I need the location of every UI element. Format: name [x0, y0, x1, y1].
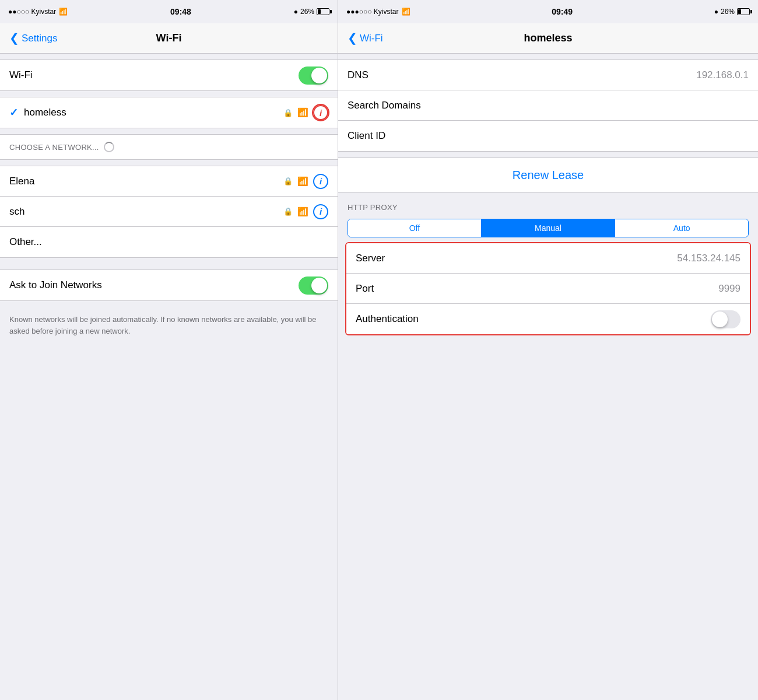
proxy-segment-control[interactable]: Off Manual Auto — [348, 219, 749, 237]
dns-row[interactable]: DNS 192.168.0.1 — [338, 60, 758, 90]
ask-join-table: Ask to Join Networks — [0, 270, 338, 301]
wifi-status-icon: 📶 — [59, 8, 68, 16]
lock-icon-elena: 🔒 — [283, 177, 293, 186]
network-info-table: DNS 192.168.0.1 Search Domains Client ID — [338, 60, 758, 152]
server-label: Server — [356, 253, 385, 264]
connected-network-section: ✓ homeless 🔒 📶 i — [0, 97, 338, 128]
segment-off[interactable]: Off — [348, 219, 481, 237]
dns-label: DNS — [348, 69, 369, 81]
battery-fill-right — [738, 9, 741, 14]
left-back-button[interactable]: ❮ Settings — [9, 33, 57, 44]
wifi-icon-elena: 📶 — [297, 176, 308, 187]
connected-network-right: 🔒 📶 i — [283, 105, 328, 120]
signal-dots: ●●○○○ Kyivstar — [8, 8, 56, 16]
left-panel: ●●○○○ Kyivstar 📶 09:48 ● 26% ❮ Settings … — [0, 0, 338, 700]
checkmark-icon: ✓ — [9, 106, 18, 119]
port-label: Port — [356, 283, 374, 295]
wifi-toggle[interactable] — [299, 66, 328, 85]
other-networks-section: Elena 🔒 📶 i sch 🔒 📶 i Other... — [0, 166, 338, 258]
port-value: 9999 — [718, 283, 741, 295]
ask-join-toggle-knob — [311, 278, 327, 293]
ask-to-join-section: Ask to Join Networks Known networks will… — [0, 270, 338, 344]
battery-icon-right — [737, 8, 750, 15]
network-info-section: DNS 192.168.0.1 Search Domains Client ID — [338, 60, 758, 152]
left-status-bar: ●●○○○ Kyivstar 📶 09:48 ● 26% — [0, 0, 338, 23]
left-nav-container: ❮ Settings Wi-Fi — [0, 23, 338, 54]
battery-indicator-icon: ● — [294, 8, 298, 16]
authentication-row: Authentication — [346, 304, 750, 334]
choose-network-text: CHOOSE A NETWORK... — [9, 143, 99, 152]
left-time: 09:48 — [170, 7, 191, 16]
back-chevron-icon: ❮ — [9, 32, 19, 44]
right-nav-container: ❮ Wi-Fi homeless — [338, 23, 758, 54]
dns-value: 192.168.0.1 — [696, 69, 749, 81]
right-battery: ● 26% — [714, 8, 750, 16]
choose-network-row: CHOOSE A NETWORK... — [0, 134, 338, 160]
lock-icon: 🔒 — [283, 108, 293, 117]
renew-lease-text: Renew Lease — [513, 169, 584, 182]
wifi-label: Wi-Fi — [9, 69, 33, 81]
proxy-settings-table: Server 54.153.24.145 Port 9999 Authentic… — [345, 242, 751, 335]
other-network-row[interactable]: Other... — [0, 227, 338, 257]
loading-spinner — [104, 142, 114, 152]
authentication-toggle[interactable] — [711, 310, 741, 328]
wifi-toggle-row: Wi-Fi — [0, 60, 338, 90]
wifi-icon-connected: 📶 — [297, 107, 308, 118]
search-domains-label: Search Domains — [348, 100, 421, 111]
right-signal-dots: ●●●○○○ Kyivstar — [346, 8, 399, 16]
right-battery-indicator: ● — [714, 8, 718, 16]
http-proxy-section: HTTP PROXY Off Manual Auto — [338, 198, 758, 237]
right-battery-percent: 26% — [721, 8, 735, 16]
right-back-button[interactable]: ❮ Wi-Fi — [348, 33, 383, 44]
authentication-label: Authentication — [356, 313, 419, 325]
auth-toggle-knob — [712, 312, 728, 327]
left-carrier: ●●○○○ Kyivstar 📶 — [8, 8, 68, 16]
client-id-label: Client ID — [348, 130, 385, 142]
network-sch-right: 🔒 📶 i — [283, 204, 328, 219]
wifi-toggle-section: Wi-Fi — [0, 60, 338, 91]
right-wifi-icon: 📶 — [402, 8, 410, 16]
segment-auto[interactable]: Auto — [615, 219, 748, 237]
right-carrier: ●●●○○○ Kyivstar 📶 — [346, 8, 410, 16]
battery-percent-left: 26% — [300, 8, 314, 16]
wifi-toggle-knob — [311, 68, 327, 83]
connected-network-left: ✓ homeless — [9, 106, 66, 119]
right-back-label: Wi-Fi — [360, 33, 383, 44]
left-nav-bar: ❮ Settings Wi-Fi — [0, 23, 338, 54]
renew-lease-row[interactable]: Renew Lease — [338, 158, 758, 192]
left-battery: ● 26% — [294, 8, 329, 16]
server-value: 54.153.24.145 — [677, 253, 741, 264]
info-button-homeless[interactable]: i — [313, 105, 328, 120]
right-back-chevron-icon: ❮ — [348, 32, 357, 44]
battery-icon-left — [317, 8, 329, 15]
port-row[interactable]: Port 9999 — [346, 274, 750, 304]
connected-network-name: homeless — [24, 107, 66, 118]
lock-icon-sch: 🔒 — [283, 207, 293, 216]
right-nav-bar: ❮ Wi-Fi homeless — [338, 23, 758, 54]
ask-join-toggle[interactable] — [299, 276, 328, 295]
connected-network-row[interactable]: ✓ homeless 🔒 📶 i — [0, 97, 338, 128]
server-row[interactable]: Server 54.153.24.145 — [346, 243, 750, 274]
network-elena-right: 🔒 📶 i — [283, 174, 328, 189]
footer-text: Known networks will be joined automatica… — [0, 307, 338, 344]
search-domains-row[interactable]: Search Domains — [338, 90, 758, 121]
info-button-sch[interactable]: i — [313, 204, 328, 219]
right-panel: ●●●○○○ Kyivstar 📶 09:49 ● 26% ❮ Wi-Fi ho… — [338, 0, 758, 700]
info-button-elena[interactable]: i — [313, 174, 328, 189]
right-time: 09:49 — [552, 7, 573, 16]
battery-fill-left — [318, 9, 321, 14]
ask-join-row: Ask to Join Networks — [0, 270, 338, 300]
http-proxy-header: HTTP PROXY — [338, 198, 758, 214]
right-status-bar: ●●●○○○ Kyivstar 📶 09:49 ● 26% — [338, 0, 758, 23]
other-network-label: Other... — [9, 236, 42, 248]
client-id-row[interactable]: Client ID — [338, 121, 758, 151]
right-nav-title: homeless — [524, 32, 572, 44]
segment-manual[interactable]: Manual — [482, 219, 615, 237]
network-name-sch: sch — [9, 206, 24, 218]
ask-join-label: Ask to Join Networks — [9, 279, 102, 291]
network-row-sch[interactable]: sch 🔒 📶 i — [0, 197, 338, 227]
left-nav-title: Wi-Fi — [156, 32, 182, 44]
left-back-label: Settings — [22, 33, 57, 44]
network-row-elena[interactable]: Elena 🔒 📶 i — [0, 166, 338, 197]
wifi-section: Wi-Fi — [0, 60, 338, 91]
